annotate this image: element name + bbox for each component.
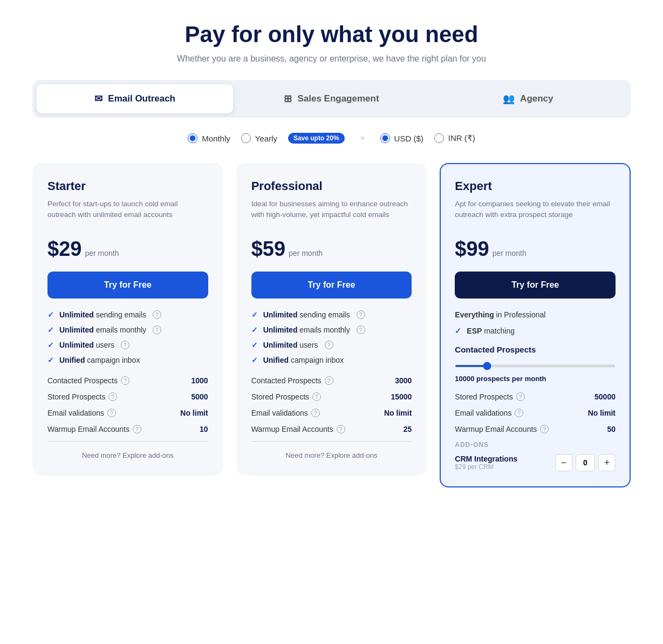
tab-email-outreach[interactable]: ✉ Email Outreach	[37, 84, 233, 113]
crm-title: CRM Integrations	[455, 455, 517, 463]
monthly-option[interactable]: Monthly	[188, 133, 230, 143]
stat-value: No limit	[180, 409, 208, 417]
help-icon[interactable]: ?	[153, 326, 161, 334]
inr-radio[interactable]	[434, 133, 444, 143]
stepper-minus-button[interactable]: −	[555, 454, 572, 471]
list-item: ✓ Unlimited users ?	[47, 341, 208, 349]
stepper-plus-button[interactable]: +	[598, 454, 616, 471]
stat-label: Email validations ?	[47, 409, 116, 417]
period-selector: Monthly Yearly Save upto 20%	[188, 133, 344, 144]
professional-price: $59	[251, 238, 285, 261]
stat-row: Stored Prospects ? 5000	[47, 392, 208, 401]
help-icon[interactable]: ?	[337, 425, 345, 433]
help-icon[interactable]: ?	[121, 376, 129, 385]
prospects-slider[interactable]	[455, 365, 616, 367]
check-icon: ✓	[251, 341, 258, 349]
usd-option[interactable]: USD ($)	[380, 133, 423, 143]
usd-radio[interactable]	[380, 133, 390, 143]
feature-label: Unlimited users	[263, 341, 318, 349]
expert-period: per month	[493, 249, 527, 257]
help-icon[interactable]: ?	[325, 341, 333, 349]
stat-label: Email validations ?	[251, 409, 320, 417]
starter-card: Starter Perfect for start-ups to launch …	[32, 163, 223, 476]
esp-item: ✓ ESP matching	[455, 327, 616, 335]
starter-price-row: $29 per month	[47, 238, 208, 261]
starter-cta-button[interactable]: Try for Free	[47, 272, 208, 299]
crm-sub: $29 per CRM	[455, 463, 517, 471]
starter-price: $29	[47, 238, 81, 261]
help-icon[interactable]: ?	[107, 409, 116, 417]
stat-label: Contacted Prospects ?	[47, 376, 129, 385]
yearly-option[interactable]: Yearly	[241, 133, 277, 143]
help-icon[interactable]: ?	[516, 392, 525, 401]
stat-label: Contacted Prospects ?	[251, 376, 333, 385]
stat-row: Contacted Prospects ? 3000	[251, 376, 412, 385]
addons-label: ADD-ONS	[455, 441, 616, 449]
expert-everything: Everything in Professional	[455, 310, 616, 319]
help-icon[interactable]: ?	[311, 409, 320, 417]
help-icon[interactable]: ?	[133, 425, 141, 433]
tab-agency-label: Agency	[520, 93, 553, 104]
stat-label: Stored Prospects ?	[47, 392, 117, 401]
check-icon: ✓	[47, 326, 54, 334]
stat-label: Warmup Email Accounts ?	[251, 425, 345, 433]
stat-row: Warmup Email Accounts ? 50	[455, 425, 616, 433]
stat-value: 25	[404, 425, 412, 433]
starter-explore[interactable]: Need more? Explore add-ons	[47, 441, 208, 459]
stat-row: Contacted Prospects ? 1000	[47, 376, 208, 385]
expert-name: Expert	[455, 179, 616, 193]
stat-row: Email validations ? No limit	[455, 409, 616, 417]
professional-price-row: $59 per month	[251, 238, 412, 261]
stat-value: 50000	[594, 392, 616, 401]
professional-cta-button[interactable]: Try for Free	[251, 272, 412, 299]
help-icon[interactable]: ?	[108, 392, 117, 401]
help-icon[interactable]: ?	[153, 310, 161, 319]
stat-row: Stored Prospects ? 50000	[455, 392, 616, 401]
expert-desc: Apt for companies seeking to elevate the…	[455, 199, 616, 227]
check-icon: ✓	[47, 310, 54, 319]
stepper-value-input[interactable]	[576, 454, 595, 471]
inr-label: INR (₹)	[448, 133, 475, 143]
help-icon[interactable]: ?	[515, 409, 523, 417]
feature-label: Unlimited sending emails	[263, 310, 350, 319]
tab-agency[interactable]: 👥 Agency	[430, 84, 626, 113]
currency-selector: USD ($) INR (₹)	[380, 133, 475, 143]
list-item: ✓ Unlimited emails monthly ?	[47, 326, 208, 334]
help-icon[interactable]: ?	[357, 326, 365, 334]
help-icon[interactable]: ?	[312, 392, 321, 401]
check-icon: ✓	[251, 326, 258, 334]
professional-card: Professional Ideal for businesses aiming…	[236, 163, 427, 476]
professional-name: Professional	[251, 179, 412, 193]
crm-stepper: − +	[555, 454, 616, 471]
feature-label: Unified campaign inbox	[59, 356, 140, 364]
crm-row: CRM Integrations $29 per CRM − +	[455, 454, 616, 471]
grid-icon: ⊞	[284, 93, 292, 105]
help-icon[interactable]: ?	[540, 425, 549, 433]
monthly-radio[interactable]	[188, 133, 197, 143]
help-icon[interactable]: ?	[357, 310, 365, 319]
stat-row: Stored Prospects ? 15000	[251, 392, 412, 401]
professional-explore[interactable]: Need more? Explore add-ons	[251, 441, 412, 459]
check-icon: ✓	[47, 356, 54, 364]
tab-sales-engagement[interactable]: ⊞ Sales Engagement	[233, 84, 429, 113]
feature-label: Unlimited emails monthly	[263, 326, 350, 334]
expert-cta-button[interactable]: Try for Free	[455, 272, 616, 299]
stat-value: 15000	[391, 392, 412, 401]
esp-label: ESP matching	[467, 327, 515, 335]
help-icon[interactable]: ?	[121, 341, 129, 349]
monthly-label: Monthly	[202, 134, 230, 143]
stat-row: Email validations ? No limit	[47, 409, 208, 417]
yearly-label: Yearly	[255, 134, 277, 143]
yearly-radio[interactable]	[241, 133, 251, 143]
crm-info: CRM Integrations $29 per CRM	[455, 455, 517, 471]
inr-option[interactable]: INR (₹)	[434, 133, 475, 143]
stat-row: Email validations ? No limit	[251, 409, 412, 417]
starter-period: per month	[85, 249, 119, 257]
stat-value: 3000	[395, 376, 412, 385]
check-icon: ✓	[47, 341, 54, 349]
help-icon[interactable]: ?	[325, 376, 333, 385]
expert-price-row: $99 per month	[455, 238, 616, 261]
feature-label: Unlimited emails monthly	[59, 326, 146, 334]
expert-card: Expert Apt for companies seeking to elev…	[440, 163, 631, 487]
starter-desc: Perfect for start-ups to launch cold ema…	[47, 199, 208, 227]
